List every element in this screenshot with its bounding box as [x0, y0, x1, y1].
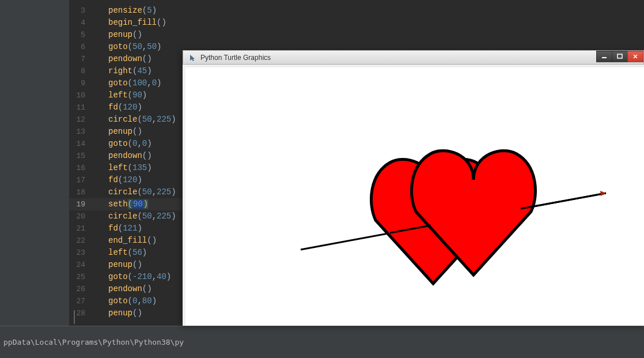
code-text[interactable]: left(56)	[92, 247, 147, 259]
turtle-canvas	[183, 65, 644, 326]
line-number: 21	[69, 223, 92, 235]
turtle-titlebar[interactable]: Python Turtle Graphics	[183, 50, 644, 65]
code-text[interactable]: goto(-210,40)	[92, 271, 171, 283]
line-number: 9	[69, 77, 92, 89]
code-text[interactable]: fd(120)	[92, 174, 142, 186]
minimize-button[interactable]	[596, 51, 612, 62]
gutter-caret	[74, 310, 75, 324]
turtle-window-title: Python Turtle Graphics	[200, 54, 271, 62]
line-number: 22	[69, 235, 92, 247]
project-sidebar[interactable]	[0, 0, 69, 326]
window-controls	[597, 51, 643, 62]
code-text[interactable]: circle(50,225)	[92, 210, 176, 223]
arrowhead-icon	[600, 191, 606, 196]
line-number: 28	[69, 307, 92, 319]
line-number: 25	[69, 271, 92, 283]
line-number: 3	[69, 5, 92, 17]
maximize-button[interactable]	[612, 51, 628, 62]
line-number: 17	[69, 174, 92, 186]
code-text[interactable]: pendown()	[92, 150, 152, 162]
line-number: 8	[69, 65, 92, 77]
code-text[interactable]: circle(50,225)	[92, 114, 176, 126]
svg-rect-0	[602, 57, 607, 58]
code-text[interactable]: pensize(5)	[92, 5, 157, 17]
line-number: 6	[69, 41, 92, 53]
line-number: 14	[69, 138, 92, 150]
line-number: 18	[69, 186, 92, 198]
code-text[interactable]: penup()	[92, 126, 142, 138]
code-text[interactable]: fd(120)	[92, 101, 142, 114]
code-text[interactable]: pendown()	[92, 53, 152, 65]
status-bar: ppData\Local\Programs\Python\Python38\py	[0, 326, 644, 358]
svg-rect-1	[618, 54, 622, 58]
code-text[interactable]: goto(100,0)	[92, 77, 161, 89]
line-number: 10	[69, 89, 92, 101]
code-text[interactable]: penup()	[92, 29, 142, 41]
code-text[interactable]: circle(50,225)	[92, 186, 176, 198]
code-line[interactable]: 4begin_fill()	[69, 17, 644, 29]
code-text[interactable]: seth(90)	[92, 198, 148, 210]
code-text[interactable]: penup()	[92, 307, 142, 319]
line-number: 11	[69, 101, 92, 114]
line-number: 16	[69, 162, 92, 174]
line-number: 20	[69, 210, 92, 223]
line-number: 24	[69, 259, 92, 271]
status-path: ppData\Local\Programs\Python\Python38\py	[0, 326, 644, 350]
line-number: 13	[69, 126, 92, 138]
line-number: 15	[69, 150, 92, 162]
line-number: 26	[69, 283, 92, 295]
code-text[interactable]: begin_fill()	[92, 17, 166, 29]
code-text[interactable]: penup()	[92, 259, 142, 271]
code-text[interactable]: left(135)	[92, 162, 152, 174]
turtle-app-icon	[188, 53, 197, 62]
code-text[interactable]: left(90)	[92, 89, 147, 101]
code-text[interactable]: end_fill()	[92, 235, 157, 247]
line-number: 5	[69, 29, 92, 41]
code-text[interactable]: right(45)	[92, 65, 152, 77]
code-text[interactable]: goto(0,80)	[92, 295, 157, 307]
close-button[interactable]	[627, 51, 643, 62]
line-number: 7	[69, 53, 92, 65]
line-number: 23	[69, 247, 92, 259]
code-text[interactable]: fd(121)	[92, 223, 142, 235]
code-text[interactable]: goto(50,50)	[92, 41, 161, 53]
code-text[interactable]: goto(0,0)	[92, 138, 152, 150]
line-number: 19	[69, 198, 92, 210]
line-number: 27	[69, 295, 92, 307]
code-text[interactable]: pendown()	[92, 283, 152, 295]
line-number: 4	[69, 17, 92, 29]
code-line[interactable]: 5penup()	[69, 29, 644, 41]
line-number: 12	[69, 114, 92, 126]
code-line[interactable]: 3pensize(5)	[69, 5, 644, 17]
turtle-graphics-window[interactable]: Python Turtle Graphics	[183, 50, 644, 326]
